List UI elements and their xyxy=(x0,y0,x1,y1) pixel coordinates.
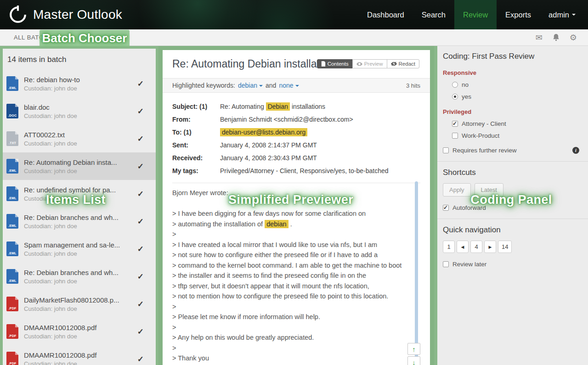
file-ext-label: .EML xyxy=(6,169,18,172)
meta-value: January 4, 2008 2:30:43 PM GMT xyxy=(220,152,317,164)
file-type-eml-icon: .EML xyxy=(6,214,18,229)
page-number-button[interactable]: 4 xyxy=(470,241,482,253)
nav-item-search[interactable]: Search xyxy=(413,0,454,29)
body-line: > Bjorn xyxy=(172,364,420,365)
checkbox[interactable] xyxy=(443,147,449,153)
keywords-prefix-label: Highlighted keywords: xyxy=(172,82,235,89)
next-page-button[interactable]: ▶ xyxy=(484,241,496,253)
apply-button[interactable]: Apply xyxy=(443,183,471,197)
item-custodian: Custodian: john doe xyxy=(24,305,134,312)
checkbox[interactable] xyxy=(443,205,449,211)
items-count-header: 14 items in batch xyxy=(3,49,156,70)
check-icon: ✓ xyxy=(137,327,144,337)
scroll-up-button[interactable]: ↑ xyxy=(407,343,420,355)
page-number-button[interactable]: 1 xyxy=(443,241,455,253)
meta-divider xyxy=(172,183,420,183)
option-label: Attorney - Client xyxy=(462,120,506,127)
keyword-secondary-dropdown[interactable]: none xyxy=(279,82,299,89)
body-line: > not sure how to configure either the p… xyxy=(172,250,420,260)
preview-button[interactable]: Preview xyxy=(352,59,387,68)
brand[interactable]: Master Outlook xyxy=(8,5,122,24)
meta-label: To: (1) xyxy=(172,126,220,139)
file-type-pdf-icon: .PDF xyxy=(6,352,18,365)
coding-option-attorney-client[interactable]: Attorney - Client xyxy=(452,120,580,127)
body-line: > command to the kernel boot command. I … xyxy=(172,260,420,271)
check-icon: ✓ xyxy=(137,244,144,254)
checkbox[interactable] xyxy=(443,261,449,267)
redact-button[interactable]: Redact xyxy=(387,59,419,68)
option-label: yes xyxy=(462,93,471,100)
list-item[interactable]: .DOCblair.docCustodian: john doe✓ xyxy=(3,97,156,125)
item-custodian: Custodian: john doe xyxy=(24,360,134,365)
item-text: Re: undefined symbol for pa...Custodian:… xyxy=(24,186,134,202)
list-item[interactable]: .PDFDMAAMR10012008.pdfCustodian: john do… xyxy=(3,345,156,365)
list-item[interactable]: .EMLSpam management and sa-le...Custodia… xyxy=(3,235,156,263)
coding-option-yes[interactable]: yes xyxy=(452,93,580,100)
file-ext-label: .EML xyxy=(6,86,18,90)
item-title: DailyMarketFlash08012008.p... xyxy=(24,296,134,304)
list-item[interactable]: .PDFDailyMarketFlash08012008.p...Custodi… xyxy=(3,290,156,318)
checkbox-unchecked[interactable] xyxy=(452,133,458,139)
button-label: Preview xyxy=(364,61,383,67)
page-number-button[interactable]: 14 xyxy=(498,241,512,253)
info-icon[interactable]: i xyxy=(572,147,579,154)
meta-row: Sent:January 4, 2008 2:14:37 PM GMT xyxy=(172,139,420,152)
meta-label: Subject: (1) xyxy=(172,100,220,113)
highlighted-text: Debian xyxy=(266,102,290,111)
body-line: > Any help on this would be greatly appr… xyxy=(172,332,420,343)
list-item[interactable]: .EMLRe: undefined symbol for pa...Custod… xyxy=(3,180,156,208)
shortcuts-heading: Shortcuts xyxy=(443,168,580,177)
scroll-down-button[interactable]: ↓ xyxy=(407,356,420,365)
preview-scrollbar[interactable] xyxy=(415,181,418,365)
nav-item-review[interactable]: Review xyxy=(454,0,497,29)
chevron-down-icon xyxy=(295,85,299,87)
checkbox-checked[interactable] xyxy=(452,121,458,127)
list-item[interactable]: .EMLRe: Debian branches and wh...Custodi… xyxy=(3,208,156,235)
check-icon: ✓ xyxy=(137,134,144,144)
radio-unchecked[interactable] xyxy=(452,82,458,88)
navbar-menu: DashboardSearchReviewExportsadmin xyxy=(358,0,584,29)
requires-further-review-option[interactable]: Requires further review i xyxy=(443,147,580,154)
body-line: > Please let me know if more information… xyxy=(172,312,420,322)
autoforward-option[interactable]: Autoforward xyxy=(443,204,580,211)
file-type-eml-icon: .EML xyxy=(6,186,18,201)
nav-item-dashboard[interactable]: Dashboard xyxy=(358,0,413,29)
coding-option-no[interactable]: no xyxy=(452,81,580,88)
meta-row: Subject: (1)Re: Automating Debian instal… xyxy=(172,100,420,113)
list-item[interactable]: .EMLRe: debian how-toCustodian: john doe… xyxy=(3,70,156,97)
item-custodian: Custodian: john doe xyxy=(24,278,134,285)
check-icon: ✓ xyxy=(137,162,144,171)
button-label: Redact xyxy=(399,61,415,67)
prev-page-button[interactable]: ◀ xyxy=(457,241,469,253)
latest-button[interactable]: Latest xyxy=(475,183,503,197)
list-item[interactable]: .EMLRe: Debian branches and wh...Custodi… xyxy=(3,263,156,290)
check-icon: ✓ xyxy=(137,107,144,116)
meta-value: January 4, 2008 2:14:37 PM GMT xyxy=(220,139,317,152)
item-title: Re: undefined symbol for pa... xyxy=(24,186,134,194)
batch-selector[interactable]: ALL BATCHES xyxy=(14,34,57,41)
meta-table: Subject: (1)Re: Automating Debian instal… xyxy=(172,100,420,177)
coding-groups: ResponsivenoyesPrivilegedAttorney - Clie… xyxy=(443,69,580,139)
item-title: blair.doc xyxy=(24,103,134,111)
contents-button[interactable]: Contents xyxy=(317,59,353,68)
item-text: blair.docCustodian: john doe xyxy=(24,103,134,119)
list-item[interactable]: .TXTATT00022.txtCustodian: john doe✓ xyxy=(3,125,156,152)
item-title: Spam management and sa-le... xyxy=(24,241,134,249)
coding-option-work-product[interactable]: Work-Product xyxy=(452,132,580,139)
radio-checked[interactable] xyxy=(452,94,458,100)
nav-item-exports[interactable]: Exports xyxy=(497,0,540,29)
gear-icon[interactable]: ⚙ xyxy=(570,34,577,42)
item-text: DMAAMR10012008.pdfCustodian: john doe xyxy=(24,351,134,365)
item-custodian: Custodian: john doe xyxy=(24,250,134,257)
keyword-primary-dropdown[interactable]: debian xyxy=(238,82,263,89)
bell-icon[interactable] xyxy=(553,34,560,41)
keywords-bar: Highlighted keywords: debian and none 3 … xyxy=(163,78,430,93)
envelope-icon[interactable]: ✉ xyxy=(536,34,543,42)
review-later-option[interactable]: Review later xyxy=(443,261,580,268)
nav-item-admin[interactable]: admin xyxy=(540,0,584,29)
navbar: Master Outlook DashboardSearchReviewExpo… xyxy=(0,0,588,29)
list-item[interactable]: .EMLRe: Automating Debian insta...Custod… xyxy=(3,152,156,180)
list-item[interactable]: .PDFDMAAMR10012008.pdfCustodian: john do… xyxy=(3,318,156,345)
email-body: Bjorn Meyer wrote: > I have been digging… xyxy=(172,188,420,365)
check-icon: ✓ xyxy=(137,217,144,226)
